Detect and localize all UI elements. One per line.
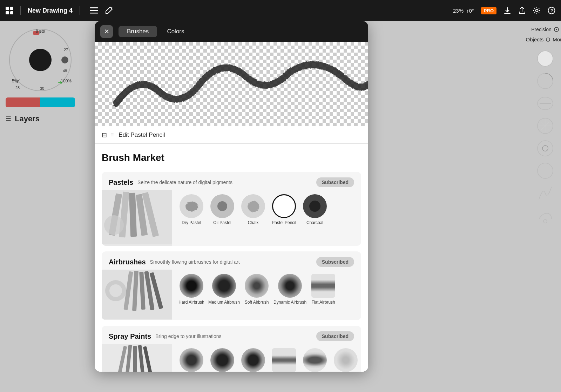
- shape-1[interactable]: [535, 48, 556, 69]
- brush-charcoal[interactable]: Charcoal: [301, 194, 329, 226]
- shape-4[interactable]: [535, 115, 556, 136]
- brush-medium-airbrush[interactable]: Medium Airbrush: [208, 274, 240, 305]
- spray-paints-subscribed[interactable]: Subscribed: [316, 331, 354, 341]
- brush-chalk[interactable]: Chalk: [239, 194, 267, 226]
- objects-label[interactable]: Objects: [526, 36, 543, 42]
- brush-name-medium-airbrush: Medium Airbrush: [208, 300, 240, 305]
- close-button[interactable]: ✕: [100, 25, 113, 38]
- brush-fat-spray[interactable]: Fat Spray: [239, 348, 267, 372]
- top-bar: New Drawing 4 23% ↑0° PRO: [0, 0, 561, 21]
- objects-icon[interactable]: [546, 37, 550, 42]
- brush-side-spray[interactable]: Side Spray: [301, 348, 329, 372]
- top-bar-right: 23% ↑0° PRO ?: [453, 7, 555, 14]
- more-label[interactable]: More: [553, 36, 561, 42]
- svg-point-14: [29, 49, 52, 71]
- layers-row[interactable]: ☰ Layers: [6, 114, 75, 123]
- zoom-value: 23%: [453, 8, 464, 14]
- svg-text:?: ?: [550, 8, 553, 13]
- app-grid-icon[interactable]: [6, 7, 13, 14]
- menu-icon[interactable]: [90, 7, 98, 14]
- svg-rect-0: [90, 7, 98, 8]
- shape-6[interactable]: [535, 160, 556, 181]
- share-icon[interactable]: [518, 7, 526, 14]
- brush-dynamic-airbrush[interactable]: Dynamic Airbrush: [273, 274, 306, 305]
- medium-spray-thumb: [210, 348, 234, 372]
- tool-icon[interactable]: [105, 6, 113, 15]
- pro-badge[interactable]: PRO: [481, 7, 496, 14]
- brush-fine-spray[interactable]: Fine Spray: [177, 348, 205, 372]
- side-spray-thumb: [303, 348, 327, 372]
- edit-bar: ⊟ ≡ Edit Pastel Pencil: [95, 126, 368, 144]
- brush-size-label: 8 pts: [36, 29, 45, 34]
- dynamic-airbrush-thumb: [278, 274, 302, 298]
- brush-name-dry-pastel: Dry Pastel: [182, 220, 201, 226]
- opacity-label: 5%: [12, 79, 18, 83]
- svg-point-5: [536, 9, 538, 12]
- charcoal-thumb: [303, 194, 327, 218]
- airbrushes-brushes: Hard Airbrush Medium Airbrush Soft Airbr…: [172, 270, 361, 320]
- flow-label: 100%: [61, 79, 72, 83]
- flat-airbrush-thumb: [311, 274, 335, 298]
- layers-label: Layers: [15, 114, 40, 123]
- shape-5[interactable]: [535, 138, 556, 159]
- brush-name-hard-airbrush: Hard Airbrush: [178, 300, 204, 305]
- svg-rect-1: [90, 10, 98, 11]
- precision-icon[interactable]: [554, 27, 559, 32]
- svg-point-29: [538, 163, 553, 178]
- brush-flat-airbrush[interactable]: Flat Airbrush: [309, 274, 337, 305]
- airbrushes-title: Airbrushes: [109, 258, 146, 266]
- tab-colors[interactable]: Colors: [158, 26, 192, 37]
- radial-wheel[interactable]: 5 27 48 30 28 ↙ ➜ 8 pts 5% 100%: [7, 27, 74, 93]
- airbrushes-subscribed[interactable]: Subscribed: [316, 257, 354, 267]
- brush-name-soft-airbrush: Soft Airbrush: [245, 300, 269, 305]
- brush-name-charcoal: Charcoal: [306, 220, 323, 226]
- tab-brushes[interactable]: Brushes: [119, 26, 157, 37]
- svg-point-40: [248, 201, 259, 212]
- medium-airbrush-thumb: [212, 274, 236, 298]
- brush-soft-airbrush[interactable]: Soft Airbrush: [243, 274, 271, 305]
- shape-3[interactable]: [535, 93, 556, 114]
- layers-icon: ☰: [6, 115, 11, 123]
- brush-spat[interactable]: Spat...: [332, 348, 360, 372]
- edit-bar-label[interactable]: Edit Pastel Pencil: [119, 131, 165, 138]
- shape-2[interactable]: [535, 70, 556, 92]
- brush-preview-area: [95, 42, 368, 126]
- brush-oil-pastel[interactable]: Oil Pastel: [208, 194, 236, 226]
- shape-8[interactable]: [535, 205, 556, 226]
- svg-point-44: [109, 284, 122, 297]
- right-panel: Precision Objects More: [529, 21, 561, 392]
- help-icon[interactable]: ?: [548, 7, 555, 14]
- color-bar-primary[interactable]: [6, 97, 40, 107]
- brush-name-pastel-pencil: Pastel Pencil: [272, 220, 296, 226]
- brush-dry-pastel[interactable]: Dry Pastel: [177, 194, 205, 226]
- left-panel: 5 27 48 30 28 ↙ ➜ 8 pts 5% 100% ☰ Layers: [0, 21, 81, 392]
- download-icon[interactable]: [503, 7, 511, 14]
- objects-more-row: Objects More: [526, 36, 561, 42]
- svg-point-41: [309, 201, 320, 212]
- spray-paints-header: Spray Paints Bring edge to your illustra…: [102, 326, 361, 344]
- brush-medium-spray[interactable]: Medium Spray: [208, 348, 236, 372]
- brush-flat-spray[interactable]: Flat Spray: [270, 348, 298, 372]
- spat-thumb: [334, 348, 358, 372]
- brush-name-dynamic-airbrush: Dynamic Airbrush: [273, 300, 306, 305]
- brush-hard-airbrush[interactable]: Hard Airbrush: [177, 274, 205, 305]
- svg-point-16: [61, 56, 68, 63]
- brush-pastel-pencil[interactable]: Pastel Pencil: [270, 194, 298, 226]
- precision-label: Precision: [531, 27, 552, 32]
- spray-paints-brushes: Fine Spray Medium Spray Fat Spray Flat S…: [172, 344, 361, 372]
- soft-airbrush-thumb: [245, 274, 269, 298]
- spray-paints-body: ✦ ✦ ✦ Fine Spray Medium Spray Fat Spray: [102, 344, 361, 372]
- pastels-subscribed[interactable]: Subscribed: [316, 177, 354, 187]
- shape-7[interactable]: [535, 183, 556, 204]
- spray-paints-image: ✦ ✦ ✦: [102, 344, 172, 372]
- fine-spray-thumb: [180, 348, 203, 372]
- brush-market-content: Brush Market Pastels Seize the delicate …: [95, 144, 368, 372]
- color-bar-secondary[interactable]: [40, 97, 75, 107]
- svg-point-22: [538, 51, 553, 66]
- brush-name-chalk: Chalk: [248, 220, 259, 226]
- color-bars[interactable]: [6, 97, 75, 107]
- sliders-icon: ⊟: [102, 131, 107, 139]
- settings-icon[interactable]: [533, 7, 541, 14]
- brush-market-title: Brush Market: [102, 152, 361, 163]
- svg-point-38: [185, 201, 198, 211]
